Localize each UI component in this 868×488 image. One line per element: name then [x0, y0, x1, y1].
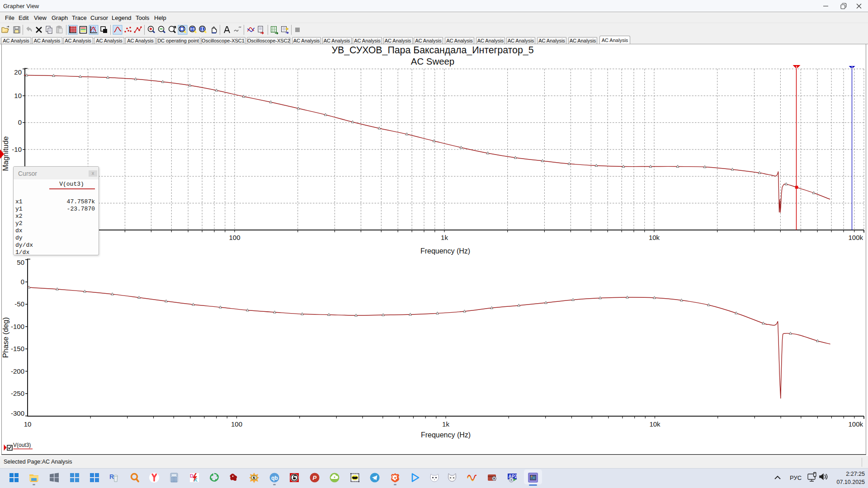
- svg-text:100: 100: [229, 234, 240, 241]
- svg-text:10: 10: [14, 92, 22, 99]
- svg-text:P: P: [313, 474, 317, 481]
- svg-text:Frequency (Hz): Frequency (Hz): [420, 247, 470, 255]
- svg-text:-150: -150: [11, 345, 24, 352]
- svg-text:-300: -300: [11, 409, 24, 417]
- svg-text:Frequency (Hz): Frequency (Hz): [421, 431, 471, 439]
- svg-text:-250: -250: [11, 389, 24, 397]
- svg-text:-10: -10: [12, 145, 22, 153]
- svg-text:1k: 1k: [441, 234, 448, 241]
- svg-text:100k: 100k: [848, 420, 863, 428]
- svg-text:qb: qb: [271, 475, 278, 481]
- svg-text:100k: 100k: [848, 234, 863, 241]
- svg-text:Phase (deg): Phase (deg): [1, 317, 9, 358]
- svg-text:1k: 1k: [442, 420, 449, 428]
- svg-text:20: 20: [14, 68, 22, 76]
- svg-text:-200: -200: [11, 367, 24, 375]
- svg-text:10k: 10k: [649, 234, 660, 241]
- svg-text:AC Sweep: AC Sweep: [411, 56, 454, 66]
- svg-text:0: 0: [18, 118, 22, 126]
- svg-text:-50: -50: [14, 300, 24, 308]
- svg-text:2:27:25: 2:27:25: [846, 471, 865, 477]
- svg-text:УВ_СУХОВ_Пара Баксандала_Интег: УВ_СУХОВ_Пара Баксандала_Интегратор_5: [332, 45, 534, 56]
- svg-text:РУС: РУС: [790, 474, 802, 481]
- svg-text:0: 0: [21, 278, 24, 286]
- svg-text:1: 1: [796, 65, 797, 69]
- svg-text:07.10.2025: 07.10.2025: [836, 479, 865, 485]
- svg-text:10k: 10k: [649, 420, 660, 428]
- svg-text:2: 2: [851, 66, 853, 69]
- svg-text:10: 10: [24, 420, 32, 428]
- svg-text:50: 50: [17, 258, 24, 266]
- svg-text:100: 100: [231, 420, 242, 428]
- svg-text:R: R: [109, 473, 114, 480]
- svg-text:-100: -100: [11, 323, 24, 330]
- svg-text:V(out3): V(out3): [13, 442, 31, 448]
